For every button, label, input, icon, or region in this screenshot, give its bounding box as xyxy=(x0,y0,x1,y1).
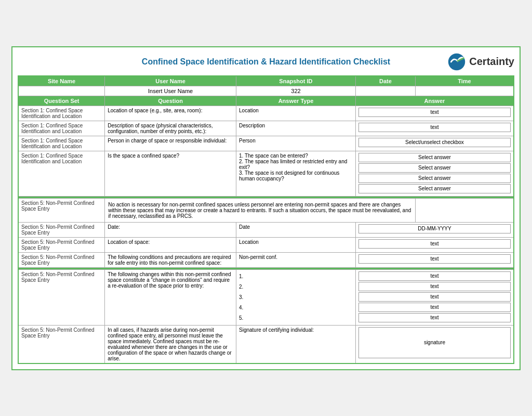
col-user-name: User Name xyxy=(105,76,236,86)
signature-box[interactable]: signature xyxy=(358,327,511,358)
answer-type: 1. 2. 3. 4. 5. xyxy=(236,269,356,325)
col-question: Question xyxy=(105,96,236,106)
answer-box[interactable]: text xyxy=(358,239,511,249)
answer-box-c4[interactable]: text xyxy=(358,303,511,312)
answer-cell-empty xyxy=(415,198,514,222)
sub-question-2: 2. The space has limited or restricted e… xyxy=(239,159,353,170)
table-row: Section 1: Confined Space Identification… xyxy=(18,136,514,151)
table-row: Section 5: Non-Permit Confined Space Ent… xyxy=(18,237,514,252)
question-text: No action is necessary for non-permit co… xyxy=(105,198,416,222)
table-row: Section 5: Non-Permit Confined Space Ent… xyxy=(18,222,514,237)
logo-text: Certainty xyxy=(469,56,514,68)
answer-cell: signature xyxy=(355,325,514,363)
table-row: Section 1: Confined Space Identification… xyxy=(18,121,514,136)
answer-box[interactable]: text xyxy=(358,108,511,117)
page-header: Confined Space Identification & Hazard I… xyxy=(18,53,514,71)
main-table: Site Name User Name Snapshot ID Date Tim… xyxy=(18,75,514,364)
table-row: Section 5: Non-Permit Confined Space Ent… xyxy=(18,325,514,363)
answer-cell: Select answer Select answer Select answe… xyxy=(355,151,514,196)
answer-type: Person xyxy=(236,136,356,151)
col-answer: Answer xyxy=(355,96,514,106)
question-text: Location of space (e.g., site, area, roo… xyxy=(105,106,236,121)
answer-type: Location xyxy=(236,237,356,252)
table-row: Section 5: Non-Permit Confined Space Ent… xyxy=(18,252,514,267)
answer-cell: DD-MM-YYYY xyxy=(355,222,514,237)
answer-cell: text xyxy=(355,106,514,121)
date-value[interactable] xyxy=(355,86,415,96)
site-name-value[interactable] xyxy=(18,86,105,96)
certainty-logo-icon xyxy=(447,53,466,71)
logo: Certainty xyxy=(431,53,514,71)
page: Confined Space Identification & Hazard I… xyxy=(11,46,521,370)
answer-cell: text xyxy=(355,237,514,252)
answer-type: Description xyxy=(236,121,356,136)
site-data-row: Insert User Name 322 xyxy=(18,86,514,96)
question-text: In all cases, if hazards arise during no… xyxy=(105,325,236,363)
numbered-4: 4. xyxy=(239,303,353,313)
page-title: Confined Space Identification & Hazard I… xyxy=(101,57,431,67)
answer-cell: text xyxy=(355,121,514,136)
answer-cell: text text text text text xyxy=(355,269,514,325)
section-label: Section 5: Non-Permit Confined Space Ent… xyxy=(18,237,105,252)
question-text: Location of space: xyxy=(105,237,236,252)
section-label: Section 5: Non-Permit Confined Space Ent… xyxy=(18,252,105,267)
answer-box[interactable]: DD-MM-YYYY xyxy=(358,224,511,233)
answer-box-1[interactable]: Select answer xyxy=(358,153,511,162)
answer-type: Date xyxy=(236,222,356,237)
question-header-row: Question Set Question Answer Type Answer xyxy=(18,96,514,106)
answer-box-c1[interactable]: text xyxy=(358,271,511,281)
answer-box-c5[interactable]: text xyxy=(358,313,511,322)
table-row: Section 5: Non-Permit Confined Space Ent… xyxy=(18,269,514,325)
answer-cell: text xyxy=(355,252,514,267)
section-label: Section 1: Confined Space Identification… xyxy=(18,121,105,136)
section-label: Section 5: Non-Permit Confined Space Ent… xyxy=(18,222,105,237)
answer-type: Location xyxy=(236,106,356,121)
numbered-2: 2. xyxy=(239,282,353,292)
table-row: Section 1: Confined Space Identification… xyxy=(18,106,514,121)
answer-box-3[interactable]: Select answer xyxy=(358,174,511,183)
col-question-set: Question Set xyxy=(18,96,105,106)
numbered-3: 3. xyxy=(239,292,353,303)
col-snapshot-id: Snapshot ID xyxy=(236,76,356,86)
snapshot-id-value[interactable]: 322 xyxy=(236,86,356,96)
col-time: Time xyxy=(415,76,514,86)
section-label: Section 5: Non-Permit Confined Space Ent… xyxy=(18,325,105,363)
section-label: Section 1: Confined Space Identification… xyxy=(18,106,105,121)
answer-box[interactable]: text xyxy=(358,123,511,132)
answer-box-c3[interactable]: text xyxy=(358,292,511,302)
col-answer-type: Answer Type xyxy=(236,96,356,106)
time-value[interactable] xyxy=(415,86,514,96)
answer-box-c2[interactable]: text xyxy=(358,282,511,291)
table-row: Section 1: Confined Space Identification… xyxy=(18,151,514,196)
section-label: Section 1: Confined Space Identification… xyxy=(18,136,105,151)
question-text: The following conditions and precautions… xyxy=(105,252,236,267)
answer-type: 1. The space can be entered? 2. The spac… xyxy=(236,151,356,196)
section-label: Section 5: Non-Permit Confined Space Ent… xyxy=(18,269,105,325)
numbered-5: 5. xyxy=(239,313,353,323)
question-text: Person in charge of space or responsible… xyxy=(105,136,236,151)
col-site-name: Site Name xyxy=(18,76,105,86)
answer-box-4[interactable]: Select answer xyxy=(358,184,511,193)
answer-box[interactable]: Select/unselect checkbox xyxy=(358,138,511,147)
section-label: Section 5: Non-Permit Confined Space Ent… xyxy=(18,198,105,222)
question-text: Date: xyxy=(105,222,236,237)
table-row: Section 5: Non-Permit Confined Space Ent… xyxy=(18,198,514,222)
answer-box-2[interactable]: Select answer xyxy=(358,163,511,173)
sub-question-3: 3. The space is not designed for continu… xyxy=(239,170,353,181)
user-name-value[interactable]: Insert User Name xyxy=(105,86,236,96)
answer-cell: Select/unselect checkbox xyxy=(355,136,514,151)
answer-type: Non-permit conf. xyxy=(236,252,356,267)
question-text: Description of space (physical character… xyxy=(105,121,236,136)
site-header-row: Site Name User Name Snapshot ID Date Tim… xyxy=(18,76,514,86)
sub-question-1: 1. The space can be entered? xyxy=(239,153,353,159)
section-label: Section 1: Confined Space Identification… xyxy=(18,151,105,196)
numbered-1: 1. xyxy=(239,271,353,282)
question-text: Is the space a confined space? xyxy=(105,151,236,196)
answer-type: Signature of certifying individual: xyxy=(236,325,356,363)
col-date: Date xyxy=(355,76,415,86)
answer-box[interactable]: text xyxy=(358,254,511,264)
question-text: The following changes within this non-pe… xyxy=(105,269,236,325)
